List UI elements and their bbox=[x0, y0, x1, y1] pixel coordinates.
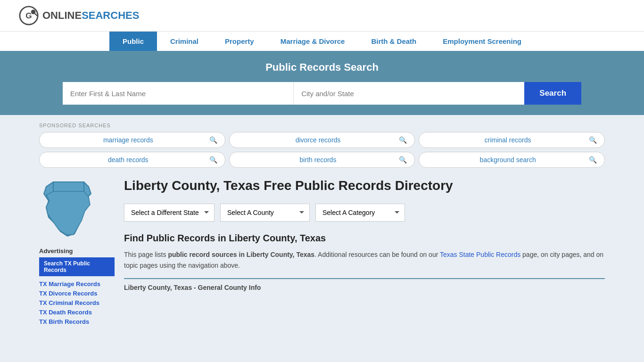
sponsored-label: SPONSORED SEARCHES bbox=[39, 123, 605, 128]
sponsored-birth-records[interactable]: birth records 🔍 bbox=[229, 152, 415, 168]
search-icon-4: 🔍 bbox=[209, 156, 217, 164]
header: G ONLINESEARCHES bbox=[0, 0, 644, 31]
svg-line-3 bbox=[34, 13, 37, 16]
ad-link-divorce[interactable]: TX Divorce Records bbox=[39, 290, 98, 297]
sponsored-background-search[interactable]: background search 🔍 bbox=[419, 152, 605, 168]
find-desc-1: This page lists bbox=[124, 251, 168, 258]
sponsored-section: SPONSORED SEARCHES marriage records 🔍 di… bbox=[39, 123, 605, 327]
search-button[interactable]: Search bbox=[524, 82, 581, 105]
nav-property[interactable]: Property bbox=[212, 32, 267, 51]
sidebar: Advertising Search TX Public Records TX … bbox=[39, 177, 115, 327]
sponsored-divorce-label: divorce records bbox=[237, 136, 399, 144]
search-icon-1: 🔍 bbox=[209, 136, 217, 144]
county-info-title: Liberty County, Texas - General County I… bbox=[124, 284, 605, 291]
logo[interactable]: G ONLINESEARCHES bbox=[19, 6, 139, 25]
find-tx-link[interactable]: Texas State Public Records bbox=[440, 251, 520, 258]
ad-link-criminal[interactable]: TX Criminal Records bbox=[39, 299, 99, 306]
category-dropdown[interactable]: Select A Category bbox=[315, 204, 405, 222]
find-desc-2: . Additional resources can be found on o… bbox=[314, 251, 440, 258]
sponsored-criminal-records[interactable]: criminal records 🔍 bbox=[419, 132, 605, 148]
sponsored-background-label: background search bbox=[427, 156, 589, 164]
sponsored-criminal-label: criminal records bbox=[427, 136, 589, 144]
location-input[interactable] bbox=[294, 82, 524, 105]
content-row: Advertising Search TX Public Records TX … bbox=[39, 177, 605, 327]
nav-public[interactable]: Public bbox=[109, 32, 157, 51]
texas-map bbox=[39, 177, 100, 239]
ad-link-birth[interactable]: TX Birth Records bbox=[39, 318, 89, 325]
search-icon-3: 🔍 bbox=[589, 136, 597, 144]
main-nav: Public Criminal Property Marriage & Divo… bbox=[0, 31, 644, 51]
county-dropdown[interactable]: Select A County bbox=[220, 204, 310, 222]
ad-link-death[interactable]: TX Death Records bbox=[39, 309, 92, 316]
page-title: Liberty County, Texas Free Public Record… bbox=[124, 177, 605, 194]
ad-links-list: TX Marriage Records TX Divorce Records T… bbox=[39, 280, 115, 325]
logo-online: ONLINE bbox=[42, 9, 82, 21]
county-info-bar: Liberty County, Texas - General County I… bbox=[124, 278, 605, 291]
sponsored-marriage-records[interactable]: marriage records 🔍 bbox=[39, 132, 225, 148]
sponsored-marriage-label: marriage records bbox=[47, 136, 209, 144]
hero-title: Public Records Search bbox=[19, 61, 625, 74]
nav-birth-death[interactable]: Birth & Death bbox=[358, 32, 429, 51]
find-title: Find Public Records in Liberty County, T… bbox=[124, 233, 605, 244]
find-description: This page lists public record sources in… bbox=[124, 249, 605, 271]
sponsored-death-records[interactable]: death records 🔍 bbox=[39, 152, 225, 168]
logo-searches: SEARCHES bbox=[82, 9, 139, 21]
main-wrapper: SPONSORED SEARCHES marriage records 🔍 di… bbox=[30, 115, 614, 335]
sponsored-grid: marriage records 🔍 divorce records 🔍 cri… bbox=[39, 132, 605, 168]
find-desc-bold: public record sources in Liberty County,… bbox=[168, 251, 314, 258]
search-icon-2: 🔍 bbox=[399, 136, 407, 144]
search-icon-5: 🔍 bbox=[399, 156, 407, 164]
search-icon-6: 🔍 bbox=[589, 156, 597, 164]
logo-text: ONLINESEARCHES bbox=[42, 9, 139, 22]
svg-marker-6 bbox=[46, 191, 90, 235]
main-content: Liberty County, Texas Free Public Record… bbox=[124, 177, 605, 291]
ad-link-marriage[interactable]: TX Marriage Records bbox=[39, 280, 100, 288]
nav-employment-screening[interactable]: Employment Screening bbox=[429, 32, 535, 51]
search-bar: Search bbox=[63, 82, 581, 105]
name-input[interactable] bbox=[63, 82, 294, 105]
state-dropdown[interactable]: Select a Different State bbox=[124, 204, 215, 222]
logo-icon: G bbox=[19, 6, 39, 25]
sponsored-divorce-records[interactable]: divorce records 🔍 bbox=[229, 132, 415, 148]
hero-section: Public Records Search Search bbox=[0, 51, 644, 115]
svg-text:G: G bbox=[25, 11, 32, 20]
sponsored-birth-label: birth records bbox=[237, 156, 399, 164]
nav-criminal[interactable]: Criminal bbox=[157, 32, 212, 51]
sponsored-death-label: death records bbox=[47, 156, 209, 164]
advertising-label: Advertising bbox=[39, 247, 115, 255]
svg-rect-5 bbox=[53, 182, 84, 192]
nav-marriage-divorce[interactable]: Marriage & Divorce bbox=[267, 32, 358, 51]
ad-link-featured[interactable]: Search TX Public Records bbox=[39, 257, 115, 276]
dropdowns-row: Select a Different State Select A County… bbox=[124, 204, 605, 222]
